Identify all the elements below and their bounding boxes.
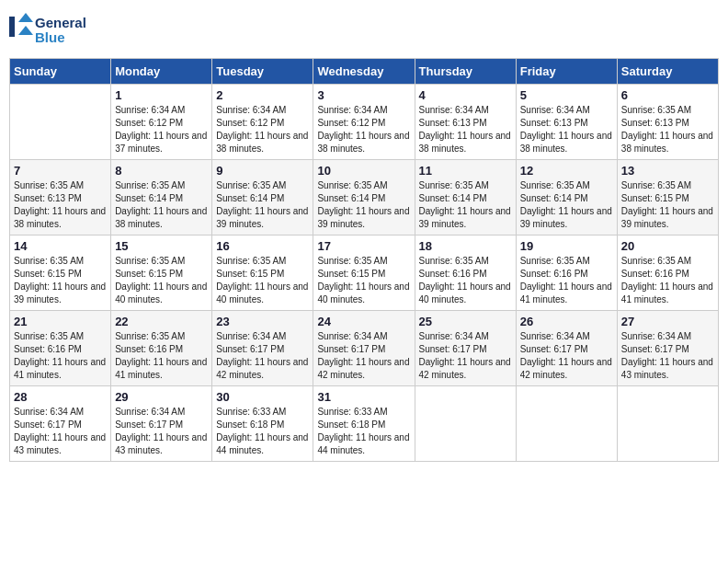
day-info: Sunrise: 6:34 AMSunset: 6:17 PMDaylight:… [115,406,208,457]
calendar-cell: 10Sunrise: 6:35 AMSunset: 6:14 PMDayligh… [313,160,415,236]
day-number: 28 [14,390,107,404]
calendar-cell: 1Sunrise: 6:34 AMSunset: 6:12 PMDaylight… [111,85,212,160]
day-number: 16 [216,239,309,253]
day-number: 19 [520,239,613,253]
calendar-cell: 30Sunrise: 6:33 AMSunset: 6:18 PMDayligh… [212,386,313,462]
day-info: Sunrise: 6:35 AMSunset: 6:14 PMDaylight:… [520,179,613,231]
calendar-cell: 11Sunrise: 6:35 AMSunset: 6:14 PMDayligh… [415,160,516,236]
page-header: General Blue [9,9,719,51]
weekday-header: Wednesday [313,59,415,85]
day-number: 5 [520,88,613,102]
day-number: 8 [115,164,208,178]
weekday-header: Sunday [10,59,111,85]
day-info: Sunrise: 6:34 AMSunset: 6:13 PMDaylight:… [419,104,512,155]
day-number: 22 [115,315,208,328]
day-number: 30 [216,390,309,404]
calendar-week-row: 14Sunrise: 6:35 AMSunset: 6:15 PMDayligh… [10,236,719,311]
day-number: 24 [317,315,410,328]
day-info: Sunrise: 6:34 AMSunset: 6:17 PMDaylight:… [520,330,613,382]
day-info: Sunrise: 6:35 AMSunset: 6:14 PMDaylight:… [216,179,309,231]
svg-rect-4 [9,17,15,37]
day-info: Sunrise: 6:34 AMSunset: 6:17 PMDaylight:… [14,406,107,457]
calendar-cell: 21Sunrise: 6:35 AMSunset: 6:16 PMDayligh… [10,311,111,386]
day-info: Sunrise: 6:34 AMSunset: 6:17 PMDaylight:… [419,330,512,382]
weekday-header: Tuesday [212,59,313,85]
calendar-cell: 28Sunrise: 6:34 AMSunset: 6:17 PMDayligh… [10,386,111,462]
svg-marker-2 [18,13,33,22]
day-info: Sunrise: 6:35 AMSunset: 6:14 PMDaylight:… [115,179,208,231]
calendar-cell: 12Sunrise: 6:35 AMSunset: 6:14 PMDayligh… [516,160,617,236]
logo: General Blue [9,9,92,51]
calendar-cell: 2Sunrise: 6:34 AMSunset: 6:12 PMDaylight… [212,85,313,160]
day-info: Sunrise: 6:35 AMSunset: 6:15 PMDaylight:… [216,255,309,306]
day-number: 11 [419,164,512,178]
day-number: 26 [520,315,613,328]
day-number: 4 [419,88,512,102]
calendar-cell: 27Sunrise: 6:34 AMSunset: 6:17 PMDayligh… [617,311,718,386]
day-info: Sunrise: 6:34 AMSunset: 6:13 PMDaylight:… [520,104,613,155]
calendar-cell: 17Sunrise: 6:35 AMSunset: 6:15 PMDayligh… [313,236,415,311]
day-number: 15 [115,239,208,253]
day-info: Sunrise: 6:33 AMSunset: 6:18 PMDaylight:… [216,406,309,457]
day-number: 12 [520,164,613,178]
day-info: Sunrise: 6:34 AMSunset: 6:12 PMDaylight:… [216,104,309,155]
calendar-cell: 4Sunrise: 6:34 AMSunset: 6:13 PMDaylight… [415,85,516,160]
calendar-cell: 8Sunrise: 6:35 AMSunset: 6:14 PMDaylight… [111,160,212,236]
day-number: 23 [216,315,309,328]
day-number: 7 [14,164,107,178]
day-info: Sunrise: 6:35 AMSunset: 6:16 PMDaylight:… [419,255,512,306]
calendar-cell [617,386,718,462]
day-number: 21 [14,315,107,328]
calendar-cell: 6Sunrise: 6:35 AMSunset: 6:13 PMDaylight… [617,85,718,160]
day-info: Sunrise: 6:33 AMSunset: 6:18 PMDaylight:… [317,406,410,457]
day-info: Sunrise: 6:35 AMSunset: 6:16 PMDaylight:… [14,330,107,382]
day-number: 29 [115,390,208,404]
calendar-cell: 29Sunrise: 6:34 AMSunset: 6:17 PMDayligh… [111,386,212,462]
weekday-header: Thursday [415,59,516,85]
weekday-header: Saturday [617,59,718,85]
calendar-week-row: 28Sunrise: 6:34 AMSunset: 6:17 PMDayligh… [10,386,719,462]
day-number: 6 [621,88,714,102]
calendar-cell: 23Sunrise: 6:34 AMSunset: 6:17 PMDayligh… [212,311,313,386]
calendar-cell: 13Sunrise: 6:35 AMSunset: 6:15 PMDayligh… [617,160,718,236]
calendar-cell: 22Sunrise: 6:35 AMSunset: 6:16 PMDayligh… [111,311,212,386]
calendar-cell: 20Sunrise: 6:35 AMSunset: 6:16 PMDayligh… [617,236,718,311]
day-info: Sunrise: 6:34 AMSunset: 6:17 PMDaylight:… [621,330,714,382]
day-number: 1 [115,88,208,102]
calendar-cell: 15Sunrise: 6:35 AMSunset: 6:15 PMDayligh… [111,236,212,311]
calendar-cell: 16Sunrise: 6:35 AMSunset: 6:15 PMDayligh… [212,236,313,311]
day-number: 25 [419,315,512,328]
calendar-cell: 24Sunrise: 6:34 AMSunset: 6:17 PMDayligh… [313,311,415,386]
day-info: Sunrise: 6:35 AMSunset: 6:15 PMDaylight:… [317,255,410,306]
calendar-cell: 31Sunrise: 6:33 AMSunset: 6:18 PMDayligh… [313,386,415,462]
day-number: 31 [317,390,410,404]
day-info: Sunrise: 6:34 AMSunset: 6:17 PMDaylight:… [317,330,410,382]
day-number: 10 [317,164,410,178]
logo-svg: General Blue [9,9,92,51]
calendar-cell: 26Sunrise: 6:34 AMSunset: 6:17 PMDayligh… [516,311,617,386]
day-number: 9 [216,164,309,178]
calendar-cell: 3Sunrise: 6:34 AMSunset: 6:12 PMDaylight… [313,85,415,160]
day-number: 18 [419,239,512,253]
day-number: 20 [621,239,714,253]
day-info: Sunrise: 6:35 AMSunset: 6:13 PMDaylight:… [14,179,107,231]
calendar-cell: 18Sunrise: 6:35 AMSunset: 6:16 PMDayligh… [415,236,516,311]
calendar-week-row: 7Sunrise: 6:35 AMSunset: 6:13 PMDaylight… [10,160,719,236]
day-number: 3 [317,88,410,102]
day-number: 27 [621,315,714,328]
day-number: 13 [621,164,714,178]
day-number: 2 [216,88,309,102]
svg-text:General: General [35,15,86,30]
calendar-table: SundayMondayTuesdayWednesdayThursdayFrid… [9,58,719,462]
day-info: Sunrise: 6:35 AMSunset: 6:15 PMDaylight:… [14,255,107,306]
calendar-cell [10,85,111,160]
calendar-week-row: 1Sunrise: 6:34 AMSunset: 6:12 PMDaylight… [10,85,719,160]
svg-text:Blue: Blue [35,29,65,45]
calendar-cell: 5Sunrise: 6:34 AMSunset: 6:13 PMDaylight… [516,85,617,160]
day-info: Sunrise: 6:34 AMSunset: 6:12 PMDaylight:… [317,104,410,155]
calendar-week-row: 21Sunrise: 6:35 AMSunset: 6:16 PMDayligh… [10,311,719,386]
day-info: Sunrise: 6:35 AMSunset: 6:15 PMDaylight:… [115,255,208,306]
calendar-cell [415,386,516,462]
day-info: Sunrise: 6:35 AMSunset: 6:16 PMDaylight:… [621,255,714,306]
calendar-cell: 9Sunrise: 6:35 AMSunset: 6:14 PMDaylight… [212,160,313,236]
